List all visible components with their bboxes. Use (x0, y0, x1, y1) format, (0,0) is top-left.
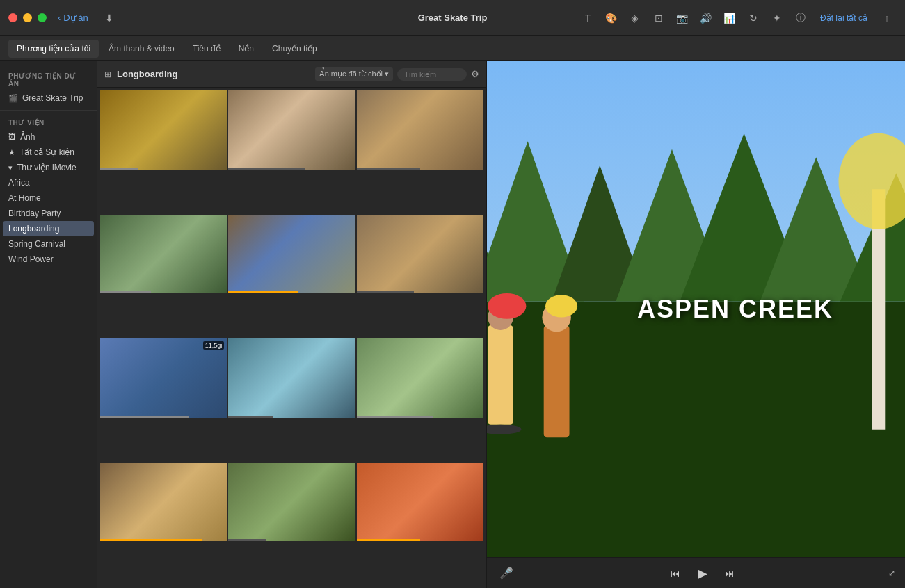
photos-label: Ảnh (20, 132, 35, 142)
thumbnail-5[interactable] (228, 215, 355, 294)
chevron-left-icon: ‹ (58, 13, 61, 23)
window-title: Great Skate Trip (418, 13, 488, 23)
browser-header: ⊞ Longboarding Ẩn mục đã từ chối ▾ ⚙ (97, 61, 486, 88)
film-icon: 🎬 (8, 94, 18, 103)
minimize-button[interactable] (23, 13, 32, 22)
thumbnail-10[interactable] (100, 463, 227, 542)
thumbnail-7[interactable]: 11,5gi (100, 338, 227, 418)
browser-filter: Ẩn mục đã từ chối ▾ ⚙ (315, 67, 479, 81)
tab-audio[interactable]: Âm thanh & video (100, 40, 183, 58)
sidebar-item-project[interactable]: 🎬 Great Skate Trip (0, 90, 97, 106)
sidebar-item-all-events[interactable]: ★ Tất cả Sự kiện (0, 145, 97, 160)
share-icon[interactable]: ↑ (877, 8, 897, 28)
tab-title[interactable]: Tiêu đề (184, 40, 229, 58)
reset-all-button[interactable]: Đặt lại tất cả (815, 10, 873, 26)
sidebar: PHƯƠNG TIỆN DỰ ÁN 🎬 Great Skate Trip THƯ… (0, 61, 97, 588)
microphone-button[interactable]: 🎤 (497, 564, 516, 583)
sidebar-item-at-home[interactable]: At Home (0, 190, 97, 206)
play-button[interactable]: ▶ (691, 562, 714, 585)
svg-point-33 (488, 293, 526, 319)
tab-transitions[interactable]: Chuyển tiếp (264, 40, 326, 58)
maximize-button[interactable] (38, 13, 47, 22)
photos-icon: 🖼 (8, 133, 16, 141)
color-tool-icon[interactable]: 🎨 (602, 8, 621, 28)
preview-title: ASPEN CREEK (637, 295, 833, 324)
browser-panel: ⊞ Longboarding Ẩn mục đã từ chối ▾ ⚙ (97, 61, 487, 588)
star-icon: ★ (8, 148, 15, 157)
thumbnail-1[interactable] (100, 90, 227, 170)
effect-tool-icon[interactable]: ✦ (767, 8, 787, 28)
crop-tool-icon[interactable]: ⊡ (649, 8, 668, 28)
filter-label: Ẩn mục đã từ chối (319, 70, 383, 79)
tabbar: Phương tiện của tôi Âm thanh & video Tiê… (0, 36, 905, 61)
filter-tool-icon[interactable]: ◈ (625, 8, 645, 28)
tab-media[interactable]: Phương tiện của tôi (8, 40, 99, 58)
sidebar-item-birthday-party[interactable]: Birthday Party (0, 206, 97, 221)
triangle-icon: ▾ (8, 163, 13, 172)
thumbnail-12[interactable] (357, 463, 483, 542)
back-button[interactable]: ‹ Dự án (58, 13, 88, 23)
tab-background[interactable]: Nền (230, 40, 262, 58)
search-input[interactable] (397, 68, 467, 81)
preview-image: ASPEN CREEK (487, 61, 905, 557)
text-tool-icon[interactable]: T (578, 8, 598, 28)
chevron-down-icon: ▾ (385, 70, 389, 79)
main-layout: PHƯƠNG TIỆN DỰ ÁN 🎬 Great Skate Trip THƯ… (0, 61, 905, 588)
browser-title: Longboarding (117, 69, 177, 79)
close-button[interactable] (8, 13, 17, 22)
sidebar-item-photos[interactable]: 🖼 Ảnh (0, 129, 97, 145)
toolbar-right: T 🎨 ◈ ⊡ 📷 🔊 📊 ↻ ✦ ⓘ Đặt lại tất cả ↑ (578, 8, 897, 28)
import-icon[interactable]: ⬇ (105, 13, 113, 24)
settings-icon[interactable]: ⚙ (471, 69, 479, 79)
sidebar-item-africa[interactable]: Africa (0, 175, 97, 190)
svg-point-35 (545, 295, 577, 317)
thumbnail-3[interactable] (357, 90, 483, 170)
sidebar-item-longboarding[interactable]: Longboarding (3, 221, 94, 236)
video-grid: 11,5gi (97, 88, 486, 588)
thumb-label-7: 11,5gi (203, 341, 225, 350)
info-tool-icon[interactable]: ⓘ (791, 8, 810, 28)
chart-tool-icon[interactable]: 📊 (720, 8, 739, 28)
sidebar-item-wind-power[interactable]: Wind Power (0, 252, 97, 267)
imovie-library-label: Thư viện iMovie (17, 163, 77, 172)
grid-icon[interactable]: ⊞ (104, 70, 111, 79)
titlebar: ‹ Dự án ⬇ Great Skate Trip T 🎨 ◈ ⊡ 📷 🔊 📊… (0, 0, 905, 36)
thumbnail-2[interactable] (228, 90, 355, 170)
svg-rect-18 (488, 325, 513, 425)
project-section-label: PHƯƠNG TIỆN DỰ ÁN (0, 68, 97, 90)
thumbnail-6[interactable] (357, 215, 483, 294)
preview-panel: ASPEN CREEK 🎤 ⏮ ▶ ⏭ ⤢ (487, 61, 905, 588)
sidebar-item-spring-carnival[interactable]: Spring Carnival (0, 236, 97, 252)
fullscreen-button[interactable]: ⤢ (888, 569, 895, 578)
thumbnail-9[interactable] (357, 338, 483, 418)
library-section-label: THƯ VIỆN (0, 115, 97, 129)
traffic-lights (8, 13, 47, 22)
fast-forward-button[interactable]: ⏭ (720, 564, 739, 583)
divider (0, 110, 97, 111)
speed-tool-icon[interactable]: ↻ (744, 8, 763, 28)
filter-button[interactable]: Ẩn mục đã từ chối ▾ (315, 67, 393, 81)
all-events-label: Tất cả Sự kiện (19, 147, 74, 157)
preview-video: ASPEN CREEK (487, 61, 905, 557)
svg-rect-20 (544, 325, 570, 437)
thumbnail-11[interactable] (228, 463, 355, 542)
back-label: Dự án (63, 13, 88, 23)
camera-tool-icon[interactable]: 📷 (673, 8, 692, 28)
thumbnail-8[interactable] (228, 338, 355, 418)
volume-tool-icon[interactable]: 🔊 (696, 8, 716, 28)
thumbnail-4[interactable] (100, 215, 227, 294)
rewind-button[interactable]: ⏮ (666, 564, 685, 583)
project-label: Great Skate Trip (22, 93, 83, 103)
preview-controls: 🎤 ⏮ ▶ ⏭ ⤢ (487, 557, 905, 588)
sidebar-item-imovie-library[interactable]: ▾ Thư viện iMovie (0, 160, 97, 175)
